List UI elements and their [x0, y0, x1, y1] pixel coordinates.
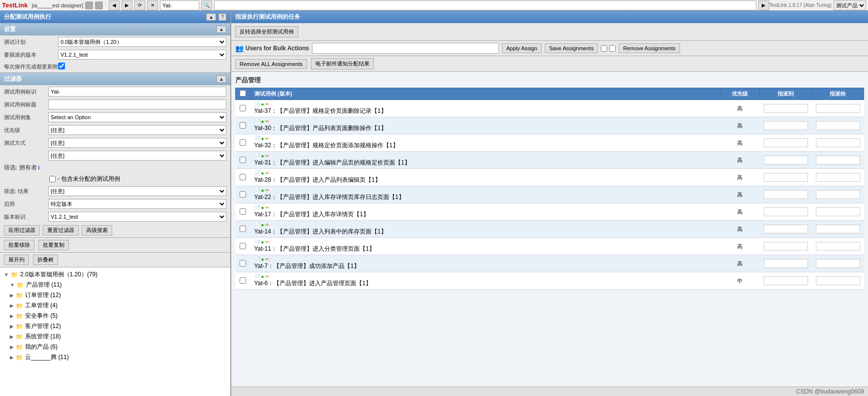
- row-checkbox[interactable]: [240, 260, 246, 266]
- tree-item-cloud[interactable]: ▶ 📁 云______腾 (11): [2, 352, 228, 363]
- row-assigned-to-cell[interactable]: [760, 221, 812, 238]
- row-assigned-by-input[interactable]: [816, 173, 860, 182]
- project-select[interactable]: 测试产品: [834, 0, 866, 10]
- row-assigned-to-input[interactable]: [764, 138, 808, 147]
- row-assigned-to-input[interactable]: [764, 207, 808, 216]
- row-assigned-by-input[interactable]: [816, 104, 860, 113]
- tree-item-order[interactable]: ▶ 📁 订单管理 (12): [2, 290, 228, 300]
- users-input[interactable]: [312, 43, 499, 54]
- row-assigned-to-cell[interactable]: [760, 100, 812, 117]
- collapse-tree-btn[interactable]: 折叠树: [33, 255, 58, 265]
- row-assigned-by-input[interactable]: [816, 138, 860, 147]
- row-assigned-to-cell[interactable]: [760, 255, 812, 272]
- remove-assignments-btn[interactable]: Remove Assignments: [619, 43, 680, 53]
- row-assigned-by-cell[interactable]: [812, 272, 864, 290]
- reverse-select-btn[interactable]: 反转选择全部测试用例: [235, 26, 298, 37]
- row-assigned-by-cell[interactable]: [812, 238, 864, 255]
- row-assigned-by-input[interactable]: [816, 207, 860, 216]
- filter-extra-select[interactable]: [任意]: [48, 151, 226, 161]
- row-assigned-by-input[interactable]: [816, 121, 860, 130]
- row-checkbox[interactable]: [240, 105, 246, 111]
- row-assigned-by-cell[interactable]: [812, 255, 864, 272]
- row-assigned-to-cell[interactable]: [760, 169, 812, 186]
- tree-item-product[interactable]: ▼ 📁 产品管理 (11): [2, 280, 228, 290]
- row-checkbox[interactable]: [240, 277, 246, 284]
- expand-btn[interactable]: 展开列: [4, 255, 29, 265]
- row-checkbox[interactable]: [240, 157, 246, 163]
- tree-item-customer[interactable]: ▶ 📁 客户管理 (12): [2, 321, 228, 331]
- remove-checkbox-1[interactable]: [601, 45, 607, 52]
- settings-collapse-btn[interactable]: ▲: [217, 26, 226, 33]
- row-assigned-to-input[interactable]: [764, 259, 808, 268]
- filter-enabled-select[interactable]: 特定版本: [48, 199, 226, 209]
- row-assigned-to-input[interactable]: [764, 104, 808, 113]
- row-assigned-to-cell[interactable]: [760, 238, 812, 255]
- help-btn[interactable]: ?: [218, 13, 226, 21]
- tree-item-system[interactable]: ▶ 📁 系统管理 (18): [2, 331, 228, 342]
- save-assignments-btn[interactable]: Save Assignments: [545, 43, 598, 53]
- toolbar-btn-4[interactable]: ✕: [147, 0, 158, 10]
- filter-version-tag-select[interactable]: V1.2.1_test: [48, 212, 226, 222]
- apply-filter-btn[interactable]: 应用过滤器: [4, 225, 40, 235]
- row-assigned-to-cell[interactable]: [760, 203, 812, 221]
- toolbar-btn-3[interactable]: ⟳: [134, 0, 145, 10]
- row-assigned-by-input[interactable]: [816, 190, 860, 199]
- row-assigned-by-cell[interactable]: [812, 186, 864, 203]
- filter-collapse-btn[interactable]: ▲: [217, 75, 226, 83]
- toolbar-search-btn[interactable]: 🔍: [201, 0, 212, 10]
- settings-version-select[interactable]: V1.2.1_test: [58, 50, 226, 60]
- bulk-remove-btn[interactable]: 批量移除: [4, 240, 34, 250]
- toolbar-btn-1[interactable]: ◀: [109, 0, 120, 10]
- row-assigned-by-cell[interactable]: [812, 203, 864, 221]
- row-checkbox[interactable]: [240, 191, 246, 198]
- tree-item-work-order[interactable]: ▶ 📁 工单管理 (4): [2, 300, 228, 311]
- row-assigned-by-cell[interactable]: [812, 134, 864, 152]
- row-checkbox[interactable]: [240, 226, 246, 232]
- select-all-checkbox[interactable]: [240, 90, 246, 97]
- row-assigned-to-input[interactable]: [764, 225, 808, 233]
- row-checkbox[interactable]: [240, 122, 246, 129]
- row-assigned-by-input[interactable]: [816, 242, 860, 251]
- row-assigned-to-input[interactable]: [764, 173, 808, 182]
- row-assigned-by-input[interactable]: [816, 259, 860, 268]
- row-assigned-by-input[interactable]: [816, 225, 860, 233]
- row-assigned-to-input[interactable]: [764, 156, 808, 165]
- filter-unassigned-checkbox[interactable]: [49, 176, 56, 182]
- row-assigned-to-input[interactable]: [764, 121, 808, 130]
- collapse-btn[interactable]: ▲: [206, 13, 216, 21]
- bulk-copy-btn[interactable]: 批量复制: [38, 240, 69, 250]
- settings-plan-select[interactable]: 0.0版本冒烟用例（1.20）: [58, 37, 226, 47]
- filter-title-input[interactable]: [48, 99, 226, 109]
- tree-item-security[interactable]: ▶ 📁 安全事件 (5): [2, 311, 228, 321]
- row-assigned-to-cell[interactable]: [760, 186, 812, 203]
- filter-id-input[interactable]: [48, 87, 226, 97]
- row-assigned-by-input[interactable]: [816, 276, 860, 285]
- tree-item-my-product[interactable]: ▶ 📁 我的产品 (6): [2, 342, 228, 352]
- row-checkbox[interactable]: [240, 208, 246, 215]
- row-assigned-by-input[interactable]: [816, 156, 860, 165]
- row-assigned-by-cell[interactable]: [812, 152, 864, 169]
- row-assigned-by-cell[interactable]: [812, 117, 864, 134]
- row-assigned-to-input[interactable]: [764, 190, 808, 199]
- filter-result-select[interactable]: [任意]: [48, 186, 226, 196]
- row-assigned-to-cell[interactable]: [760, 152, 812, 169]
- reset-filter-btn[interactable]: 重置过滤器: [43, 225, 79, 235]
- row-checkbox[interactable]: [240, 174, 246, 180]
- filter-suite-select[interactable]: Select an Option: [48, 112, 226, 122]
- email-notify-btn[interactable]: 电子邮件通知分配结果: [311, 58, 374, 69]
- toolbar-search-input[interactable]: [160, 0, 199, 10]
- filter-method-select[interactable]: [任意]: [48, 138, 226, 148]
- toolbar-btn-2[interactable]: ▶: [122, 0, 132, 10]
- tree-root[interactable]: ▼ 📁 2.0版本冒烟用例（1.20）(79): [2, 269, 228, 280]
- url-bar[interactable]: [214, 0, 756, 10]
- row-assigned-by-cell[interactable]: [812, 100, 864, 117]
- row-checkbox[interactable]: [240, 243, 246, 249]
- row-assigned-by-cell[interactable]: [812, 169, 864, 186]
- row-checkbox[interactable]: [240, 139, 246, 146]
- advanced-search-btn[interactable]: 高级搜索: [82, 225, 112, 235]
- tree-section[interactable]: ▼ 📁 2.0版本冒烟用例（1.20）(79) ▼ 📁 产品管理 (11) ▶ …: [0, 267, 230, 396]
- remove-checkbox-2[interactable]: [609, 45, 616, 52]
- row-assigned-to-cell[interactable]: [760, 272, 812, 290]
- row-assigned-to-cell[interactable]: [760, 117, 812, 134]
- row-assigned-by-cell[interactable]: [812, 221, 864, 238]
